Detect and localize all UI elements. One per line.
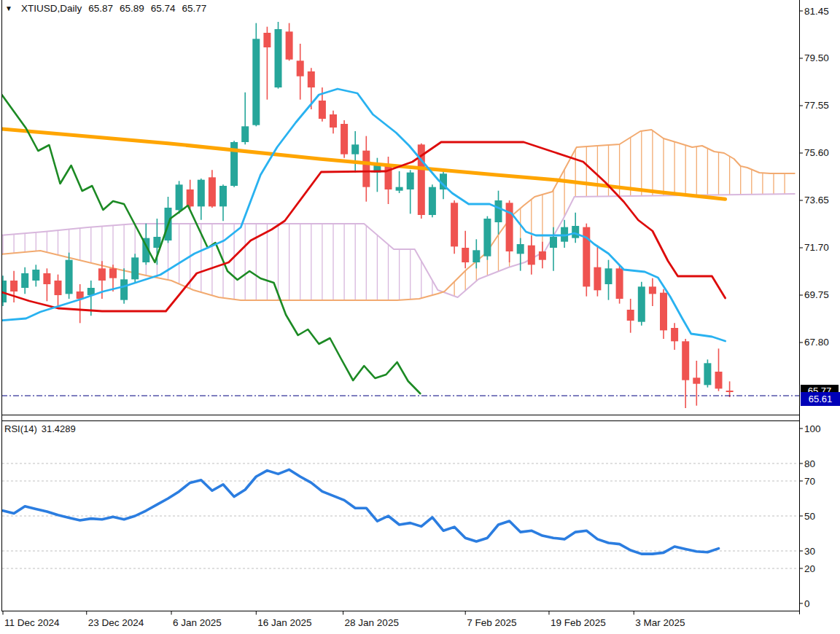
bear-candle-body [715,372,723,388]
bull-candle-body [131,257,139,279]
date-axis-label: 3 Mar 2025 [635,617,685,628]
bull-candle-body [219,186,227,206]
bear-candle-body [263,33,271,47]
bull-candle-body [472,250,480,262]
price-axis-label: 71.70 [804,242,829,253]
bear-candle-body [55,281,62,295]
rsi-axis-label: 80 [804,458,815,469]
trading-chart-window: 81.4579.5077.5575.6073.6571.7069.7567.80… [0,0,840,634]
symbol-quote-legend: ▼ XTIUSD,Daily 65.87 65.89 65.74 65.77 [5,3,206,14]
bull-candle-body [0,281,7,302]
price-axis-label: 81.45 [804,6,829,17]
price-panel [0,22,799,408]
bear-candle-body [43,273,50,284]
bull-candle-body [517,244,524,254]
bear-candle-body [616,268,623,299]
bear-candle-body [341,124,348,154]
rsi-axis-label: 30 [804,546,815,557]
senkou-span-a-line [0,194,795,297]
price-axis-label: 79.50 [804,52,829,63]
date-axis-label: 6 Jan 2025 [173,617,222,628]
bear-candle-body [528,246,535,265]
bear-candle-body [660,293,667,331]
bear-candle-body [385,164,392,189]
chart-canvas: 81.4579.5077.5575.6073.6571.7069.7567.80… [0,0,840,634]
bull-candle-body [396,187,403,191]
rsi-panel [2,463,798,568]
price-axis-label: 69.75 [804,289,829,300]
bear-candle-body [109,268,117,278]
bull-candle-body [241,126,249,142]
bear-candle-body [594,267,601,291]
rsi-axis-label: 100 [804,423,821,434]
bull-candle-body [275,29,282,87]
bear-candle-body [297,60,304,76]
bear-candle-body [209,177,216,206]
rsi-axis-label: 20 [804,563,815,574]
symbol-period-label: XTIUSD,Daily [21,3,82,14]
rsi-name: RSI(14) [4,423,37,434]
bear-candle-body [330,114,337,128]
bear-candle-body [539,251,546,260]
date-axis-label: 16 Jan 2025 [257,617,311,628]
bull-candle-body [638,286,645,321]
bear-candle-body [451,203,458,246]
bull-candle-body [198,180,205,207]
bull-candle-body [407,173,414,189]
bear-candle-body [362,151,370,187]
bear-candle-body [308,71,315,87]
rsi-line [3,469,719,554]
bear-candle-body [187,189,194,206]
quote-open: 65.87 [88,3,113,14]
date-axis-label: 28 Jan 2025 [345,617,399,628]
rsi-indicator-label: RSI(14) 31.4289 [4,423,76,434]
bull-candle-body [572,226,579,238]
bear-candle-body [671,328,678,341]
price-axis-label: 73.65 [804,195,829,206]
bear-candle-body [649,286,656,294]
quote-low: 65.74 [151,3,176,14]
bull-candle-body [550,237,557,248]
rsi-axis-label: 70 [804,476,815,487]
bear-candle-body [462,248,469,262]
bear-candle-body [627,310,634,321]
rsi-axis-label: 0 [804,598,810,609]
price-axis-label: 77.55 [804,100,829,111]
bull-candle-body [66,260,73,294]
bear-candle-body [693,377,700,383]
rsi-axis-label: 50 [804,511,815,522]
bull-candle-body [252,39,260,125]
quote-high: 65.89 [120,3,144,14]
price-axis-label: 75.60 [804,147,829,158]
date-axis-label: 7 Feb 2025 [467,617,516,628]
date-axis-label: 11 Dec 2024 [4,617,60,628]
bull-candle-body [495,200,502,222]
bear-candle-body [319,101,326,119]
date-axis-label: 23 Dec 2024 [88,617,144,628]
bull-candle-body [21,273,28,288]
green-indicator-line [2,95,421,394]
bull-candle-body [351,144,359,154]
bull-candle-body [176,184,183,210]
bull-candle-body [120,279,128,300]
bear-candle-body [726,391,734,392]
bear-candle-body [10,281,18,291]
rsi-value: 31.4289 [42,423,76,434]
quote-panel-toggle-icon[interactable]: ▼ [5,4,12,12]
bear-candle-body [506,203,513,251]
bear-candle-body [98,268,106,281]
ma-orange-line [0,129,726,200]
bull-candle-body [605,268,612,284]
tenkan-sen-line [0,89,726,341]
bull-candle-body [32,270,39,281]
senkou-span-b-line [0,130,795,300]
bear-candle-body [682,341,689,380]
bull-candle-body [429,187,436,215]
bull-candle-body [704,363,711,385]
bear-candle-body [286,31,293,59]
date-axis-label: 19 Feb 2025 [551,617,606,628]
bull-candle-body [483,219,491,257]
level-price-tag: 65.61 [801,392,840,406]
price-axis-label: 67.80 [804,337,829,348]
quote-close: 65.77 [182,3,207,14]
